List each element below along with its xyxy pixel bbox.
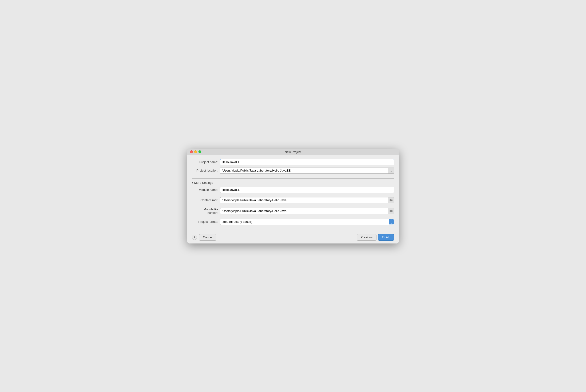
project-format-row: Project format: .idea (directory based) … xyxy=(192,219,394,225)
module-name-row: Module name: xyxy=(192,187,394,193)
project-name-label: Project name: xyxy=(192,160,220,164)
folder-icon xyxy=(389,198,393,202)
module-file-location-row: Module file location: xyxy=(192,208,394,214)
project-location-label: Project location: xyxy=(192,169,220,172)
content-root-field-group xyxy=(220,197,394,203)
traffic-lights xyxy=(190,150,201,153)
content-root-browse-button[interactable] xyxy=(388,197,394,203)
project-format-select[interactable]: .idea (directory based) Eclipse (.classp… xyxy=(220,219,394,225)
title-bar: New Project xyxy=(187,149,399,155)
folder-icon xyxy=(389,210,393,213)
module-file-location-field-group xyxy=(220,208,394,214)
content-root-label: Content root: xyxy=(192,198,220,202)
bottom-right: Previous Finish xyxy=(357,234,394,241)
project-name-row: Project name: xyxy=(192,159,394,165)
project-location-input[interactable] xyxy=(220,168,388,174)
new-project-dialog: New Project Project name: Project locati… xyxy=(187,149,399,244)
cancel-button[interactable]: Cancel xyxy=(199,234,216,241)
more-settings-section: ▾ More Settings Module name: Content roo… xyxy=(192,178,394,227)
dialog-content: Project name: Project location: ... ▾ Mo… xyxy=(187,155,399,231)
bottom-bar: ? Cancel Previous Finish xyxy=(187,231,399,244)
project-location-field-group: ... xyxy=(220,168,394,174)
more-settings-chevron-icon: ▾ xyxy=(192,181,193,184)
help-button[interactable]: ? xyxy=(192,235,197,240)
window-title: New Project xyxy=(285,150,301,154)
bottom-left: ? Cancel xyxy=(192,234,216,241)
content-root-input[interactable] xyxy=(220,197,388,203)
project-location-row: Project location: ... xyxy=(192,168,394,174)
previous-button[interactable]: Previous xyxy=(357,234,377,241)
project-format-label: Project format: xyxy=(192,220,220,224)
module-file-location-input[interactable] xyxy=(220,208,388,214)
module-file-location-browse-button[interactable] xyxy=(388,208,394,214)
project-format-dropdown-wrapper: .idea (directory based) Eclipse (.classp… xyxy=(220,219,394,225)
close-button[interactable] xyxy=(190,150,193,153)
minimize-button[interactable] xyxy=(194,150,197,153)
project-name-input[interactable] xyxy=(220,159,394,165)
maximize-button[interactable] xyxy=(199,150,201,153)
finish-button[interactable]: Finish xyxy=(378,234,394,241)
more-settings-label: More Settings xyxy=(194,181,213,184)
more-settings-fields: Module name: Content root: xyxy=(192,187,394,227)
module-name-label: Module name: xyxy=(192,188,220,192)
module-name-input[interactable] xyxy=(220,187,394,193)
content-root-row: Content root: xyxy=(192,197,394,203)
more-settings-toggle[interactable]: ▾ More Settings xyxy=(192,181,394,184)
project-location-browse-button[interactable]: ... xyxy=(388,168,394,174)
module-file-location-label: Module file location: xyxy=(192,208,220,214)
